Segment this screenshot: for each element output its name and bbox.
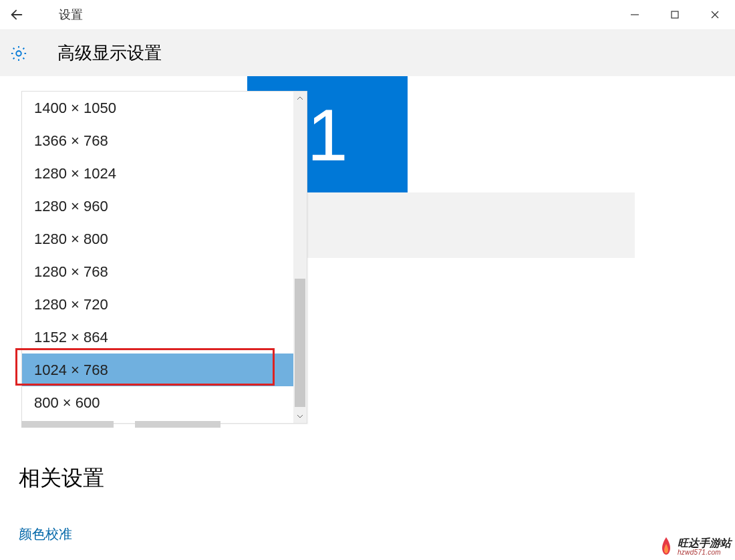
watermark-url: hzwd571.com — [678, 549, 731, 556]
monitor-number: 1 — [307, 92, 347, 177]
chevron-down-icon — [297, 414, 303, 418]
resolution-option[interactable]: 1366 × 768 — [22, 124, 307, 157]
svg-rect-2 — [672, 11, 678, 18]
color-calibration-link[interactable]: 颜色校准 — [19, 525, 72, 543]
watermark-name: 旺达手游站 — [678, 537, 731, 549]
maximize-button[interactable] — [655, 0, 695, 29]
window-controls — [615, 0, 735, 29]
resolution-option[interactable]: 1400 × 1050 — [22, 92, 307, 124]
resolution-option[interactable]: 1280 × 960 — [22, 190, 307, 223]
resolution-list: 1400 × 1050 1366 × 768 1280 × 1024 1280 … — [22, 92, 307, 423]
app-title: 设置 — [59, 7, 83, 23]
scroll-up-button[interactable] — [293, 92, 307, 105]
resolution-option-selected[interactable]: 1024 × 768 — [22, 354, 307, 386]
chevron-up-icon — [297, 96, 303, 100]
flame-icon — [657, 536, 675, 557]
close-button[interactable] — [695, 0, 735, 29]
section-heading: 相关设置 — [19, 464, 104, 493]
resolution-option[interactable]: 1280 × 768 — [22, 255, 307, 288]
svg-point-5 — [16, 51, 21, 55]
resolution-option[interactable]: 1280 × 800 — [22, 223, 307, 255]
page-header: 高级显示设置 — [0, 29, 735, 76]
resolution-option[interactable]: 800 × 600 — [22, 386, 307, 419]
watermark: 旺达手游站 hzwd571.com — [657, 536, 731, 557]
close-icon — [710, 10, 720, 19]
related-settings-section: 相关设置 — [19, 464, 104, 493]
minimize-icon — [630, 10, 639, 19]
maximize-icon — [670, 10, 680, 19]
dropdown-scrollbar[interactable] — [293, 92, 307, 423]
scroll-thumb[interactable] — [295, 279, 305, 407]
dropdown-bottom-edge — [21, 421, 307, 428]
resolution-dropdown[interactable]: 1400 × 1050 1366 × 768 1280 × 1024 1280 … — [21, 91, 307, 424]
resolution-option[interactable]: 1152 × 864 — [22, 321, 307, 354]
watermark-text: 旺达手游站 hzwd571.com — [678, 537, 731, 557]
minimize-button[interactable] — [615, 0, 655, 29]
resolution-option[interactable]: 1280 × 1024 — [22, 157, 307, 190]
gear-icon — [9, 44, 28, 63]
back-button[interactable] — [0, 0, 33, 29]
page-title: 高级显示设置 — [57, 41, 162, 65]
resolution-option[interactable]: 1280 × 720 — [22, 288, 307, 321]
arrow-left-icon — [9, 7, 24, 22]
titlebar: 设置 — [0, 0, 735, 29]
content-area: 1 1400 × 1050 1366 × 768 1280 × 1024 128… — [0, 76, 735, 560]
